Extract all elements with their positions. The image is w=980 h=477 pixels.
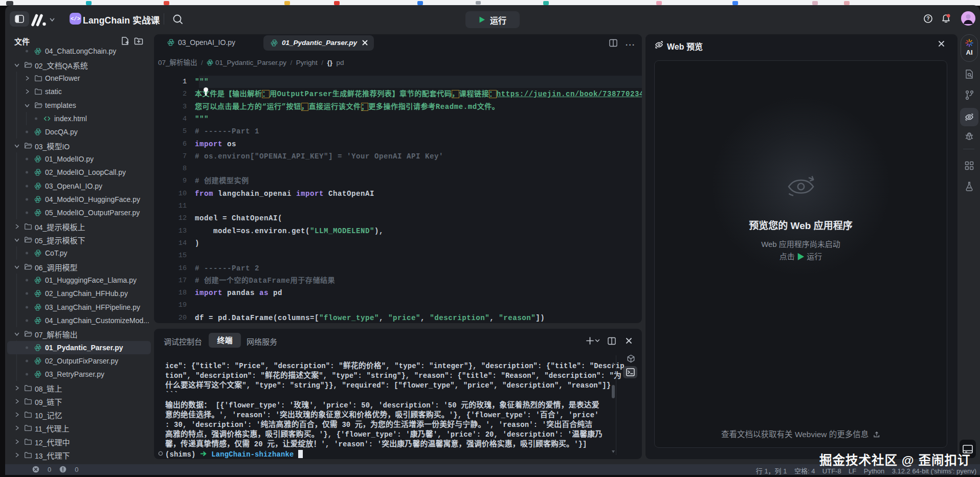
svg-text:?: ?	[926, 16, 929, 21]
